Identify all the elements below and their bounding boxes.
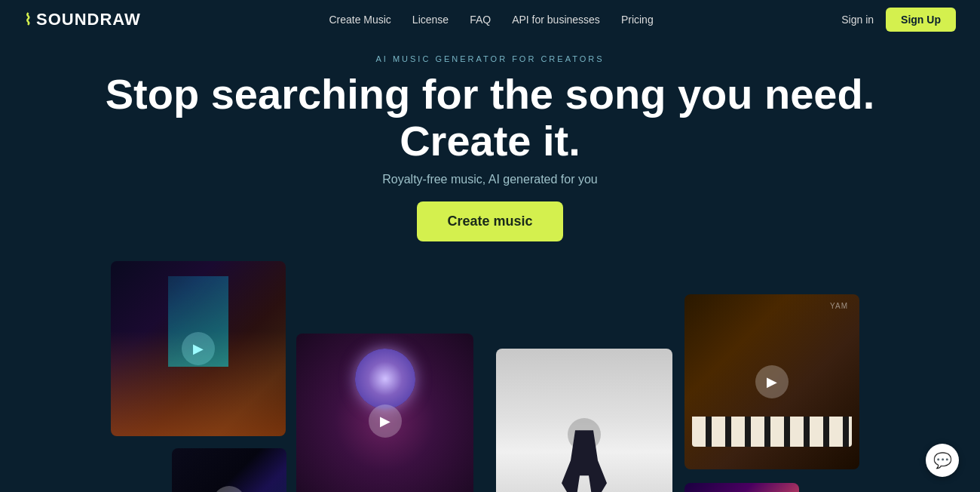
logo-text: SOUNDRAW xyxy=(36,10,141,29)
piano-brand-label: YAM xyxy=(830,302,848,310)
nav-faq[interactable]: FAQ xyxy=(470,14,491,26)
play-button-dancer[interactable]: ▶ xyxy=(568,418,601,451)
chat-icon: 💬 xyxy=(933,451,952,469)
hero-title: Stop searching for the song you need. Cr… xyxy=(0,71,980,164)
hero-subtitle: AI MUSIC GENERATOR FOR CREATORS xyxy=(0,54,980,63)
chat-bubble[interactable]: 💬 xyxy=(926,444,959,477)
hero-section: AI MUSIC GENERATOR FOR CREATORS Stop sea… xyxy=(0,39,980,254)
logo[interactable]: ⌇ SOUNDRAW xyxy=(24,10,141,29)
video-sunset[interactable]: ▶ xyxy=(684,483,799,492)
play-icon: ▶ xyxy=(380,413,390,429)
play-icon: ▶ xyxy=(767,374,777,390)
play-icon: ▶ xyxy=(193,340,204,357)
navbar: ⌇ SOUNDRAW Create Music License FAQ API … xyxy=(0,0,980,39)
play-icon: ▶ xyxy=(579,426,590,443)
play-button-city[interactable]: ▶ xyxy=(213,486,246,492)
play-button-disco[interactable]: ▶ xyxy=(369,404,402,438)
hero-title-line2: Create it. xyxy=(400,117,580,165)
video-piano[interactable]: YAM ▶ xyxy=(684,294,859,469)
nav-license[interactable]: License xyxy=(412,14,449,26)
video-grid: ▶ ▶ ▶ ▶ YAM ▶ ▶ xyxy=(0,261,980,492)
create-music-button[interactable]: Create music xyxy=(417,201,562,241)
navbar-auth: Sign in Sign Up xyxy=(841,8,956,32)
video-concert[interactable]: ▶ xyxy=(111,261,286,436)
video-disco[interactable]: ▶ xyxy=(296,334,473,492)
nav-pricing[interactable]: Pricing xyxy=(621,14,654,26)
video-city-night[interactable]: ▶ xyxy=(172,448,286,492)
play-button-concert[interactable]: ▶ xyxy=(182,332,215,365)
logo-icon: ⌇ xyxy=(24,11,32,29)
nav-links: Create Music License FAQ API for busines… xyxy=(329,14,653,26)
play-button-piano[interactable]: ▶ xyxy=(755,365,789,398)
hero-description: Royalty-free music, AI generated for you xyxy=(0,173,980,186)
sign-up-button[interactable]: Sign Up xyxy=(886,8,956,32)
sign-in-link[interactable]: Sign in xyxy=(841,14,874,26)
nav-create-music[interactable]: Create Music xyxy=(329,14,390,26)
nav-api[interactable]: API for businesses xyxy=(512,14,600,26)
video-dancer[interactable]: ▶ xyxy=(496,349,672,492)
hero-title-line1: Stop searching for the song you need. xyxy=(106,70,875,118)
